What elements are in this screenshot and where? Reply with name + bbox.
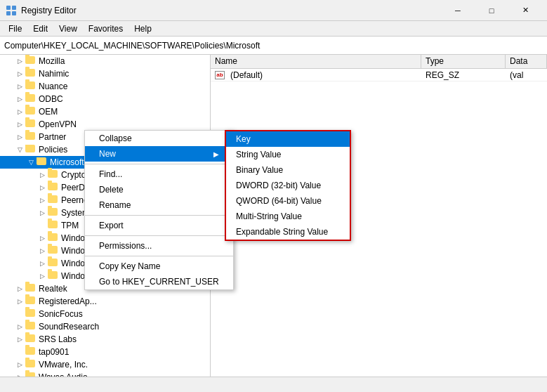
minimize-button[interactable]: ─ bbox=[442, 0, 474, 21]
folder-icon bbox=[25, 284, 37, 294]
status-bar bbox=[0, 377, 547, 392]
submenu-item-qword[interactable]: QWORD (64-bit) Value bbox=[226, 193, 350, 209]
folder-icon bbox=[25, 334, 37, 344]
ctx-item-new[interactable]: New ▶ bbox=[85, 146, 233, 162]
window-title: Registry Editor bbox=[21, 6, 442, 15]
folder-icon bbox=[25, 107, 37, 117]
ctx-label-rename: Rename bbox=[99, 200, 131, 210]
col-header-data: Data bbox=[506, 55, 547, 68]
tree-item-vmware[interactable]: ▷ VMware, Inc. bbox=[0, 358, 210, 371]
folder-icon bbox=[25, 322, 37, 332]
ctx-item-collapse[interactable]: Collapse bbox=[85, 131, 233, 146]
folder-icon bbox=[48, 170, 59, 180]
default-value-label: (Default) bbox=[230, 70, 263, 80]
menu-edit[interactable]: Edit bbox=[27, 22, 53, 35]
tree-label-srslabs: SRS Labs bbox=[39, 334, 77, 344]
menu-file[interactable]: File bbox=[3, 22, 27, 35]
tree-label-vmware: VMware, Inc. bbox=[39, 360, 88, 370]
cell-data: (val bbox=[506, 70, 547, 80]
tree-item-openvpn[interactable]: ▷ OpenVPN bbox=[0, 118, 210, 131]
folder-icon bbox=[25, 347, 37, 357]
tree-item-srslabs[interactable]: ▷ SRS Labs bbox=[0, 333, 210, 346]
expander-sonicfocus bbox=[14, 308, 25, 320]
tree-label-openvpn: OpenVPN bbox=[39, 119, 77, 129]
ctx-label-copy-key: Copy Key Name bbox=[99, 261, 160, 271]
folder-icon bbox=[25, 132, 37, 142]
address-bar: Computer\HKEY_LOCAL_MACHINE\SOFTWARE\Pol… bbox=[0, 37, 547, 55]
expander-windows4: ▷ bbox=[37, 270, 48, 282]
ab-icon: ab bbox=[215, 71, 225, 79]
menu-view[interactable]: View bbox=[53, 22, 83, 35]
expander-soundresearch: ▷ bbox=[14, 321, 25, 332]
folder-icon bbox=[48, 233, 59, 243]
ctx-item-find[interactable]: Find... bbox=[85, 166, 233, 182]
tree-item-oem[interactable]: ▷ OEM bbox=[0, 105, 210, 118]
expander-registeredap: ▷ bbox=[14, 296, 25, 307]
app-icon bbox=[6, 5, 17, 16]
window-controls: ─ □ ✕ bbox=[442, 0, 541, 21]
submenu-item-binary[interactable]: Binary Value bbox=[226, 162, 350, 178]
submenu-item-dword[interactable]: DWORD (32-bit) Value bbox=[226, 178, 350, 193]
submenu-item-key[interactable]: Key bbox=[226, 131, 350, 147]
ctx-separator-4 bbox=[85, 256, 233, 256]
menu-favorites[interactable]: Favorites bbox=[83, 22, 128, 35]
folder-icon bbox=[37, 157, 48, 167]
folder-icon bbox=[48, 221, 59, 230]
ctx-item-copy-key[interactable]: Copy Key Name bbox=[85, 259, 233, 274]
tree-label-microsoft: Microsoft bbox=[50, 157, 84, 167]
ctx-item-export[interactable]: Export bbox=[85, 218, 233, 233]
tree-label-crypto: Crypto bbox=[61, 170, 86, 180]
cell-name: ab (Default) bbox=[211, 70, 421, 80]
tree-item-wavesaudio[interactable]: ▷ Waves Audio bbox=[0, 371, 210, 377]
submenu-item-multistring[interactable]: Multi-String Value bbox=[226, 209, 350, 224]
ctx-label-new: New bbox=[99, 149, 116, 159]
tree-item-mozilla[interactable]: ▷ Mozilla bbox=[0, 55, 210, 67]
ctx-label-collapse: Collapse bbox=[99, 133, 132, 143]
context-menu: Collapse New ▶ Find... Delete Rename Exp… bbox=[84, 130, 234, 290]
folder-icon bbox=[48, 271, 59, 281]
tree-item-odbc[interactable]: ▷ ODBC bbox=[0, 93, 210, 105]
ctx-label-find: Find... bbox=[99, 169, 122, 179]
maximize-button[interactable]: □ bbox=[475, 0, 508, 21]
col-header-name: Name bbox=[211, 55, 421, 68]
tree-item-tap0901[interactable]: tap0901 bbox=[0, 346, 210, 358]
submenu-label-binary: Binary Value bbox=[236, 165, 283, 175]
ctx-item-delete[interactable]: Delete bbox=[85, 182, 233, 197]
expander-nahimic: ▷ bbox=[14, 68, 25, 79]
svg-rect-0 bbox=[6, 6, 11, 10]
tree-item-sonicfocus[interactable]: SonicFocus bbox=[0, 308, 210, 320]
submenu-item-expandable[interactable]: Expandable String Value bbox=[226, 224, 350, 240]
submenu-label-string: String Value bbox=[236, 150, 281, 159]
menu-help[interactable]: Help bbox=[128, 22, 157, 35]
folder-icon bbox=[25, 372, 37, 377]
tree-item-soundresearch[interactable]: ▷ SoundResearch bbox=[0, 320, 210, 333]
expander-odbc: ▷ bbox=[14, 93, 25, 105]
submenu-label-expandable: Expandable String Value bbox=[236, 227, 328, 237]
ctx-label-permissions: Permissions... bbox=[99, 241, 152, 251]
tree-label-nuance: Nuance bbox=[39, 81, 67, 91]
expander-peerne: ▷ bbox=[37, 195, 48, 206]
close-button[interactable]: ✕ bbox=[509, 0, 541, 21]
tree-item-nahimic[interactable]: ▷ Nahimic bbox=[0, 67, 210, 80]
submenu-item-string[interactable]: String Value bbox=[226, 147, 350, 162]
ctx-item-rename[interactable]: Rename bbox=[85, 197, 233, 213]
tree-label-odbc: ODBC bbox=[39, 94, 63, 104]
tree-label-tap0901: tap0901 bbox=[39, 347, 69, 357]
ctx-item-permissions[interactable]: Permissions... bbox=[85, 238, 233, 254]
folder-icon bbox=[25, 309, 37, 319]
submenu-label-qword: QWORD (64-bit) Value bbox=[236, 196, 322, 206]
folder-icon bbox=[25, 69, 37, 79]
svg-rect-1 bbox=[12, 6, 16, 10]
tree-label-policies: Policies bbox=[39, 145, 67, 155]
expander-realtek: ▷ bbox=[14, 283, 25, 294]
tree-item-nuance[interactable]: ▷ Nuance bbox=[0, 80, 210, 93]
expander-partner: ▷ bbox=[14, 131, 25, 143]
table-row[interactable]: ab (Default) REG_SZ (val bbox=[211, 69, 547, 81]
ctx-label-delete: Delete bbox=[99, 185, 124, 195]
ctx-label-goto-hkcu: Go to HKEY_CURRENT_USER bbox=[99, 277, 219, 287]
expander-mozilla: ▷ bbox=[14, 55, 25, 67]
ctx-item-goto-hkcu[interactable]: Go to HKEY_CURRENT_USER bbox=[85, 274, 233, 289]
tree-item-registeredap[interactable]: ▷ RegisteredAp... bbox=[0, 295, 210, 308]
submenu: Key String Value Binary Value DWORD (32-… bbox=[225, 130, 351, 241]
cell-type: REG_SZ bbox=[421, 70, 506, 80]
